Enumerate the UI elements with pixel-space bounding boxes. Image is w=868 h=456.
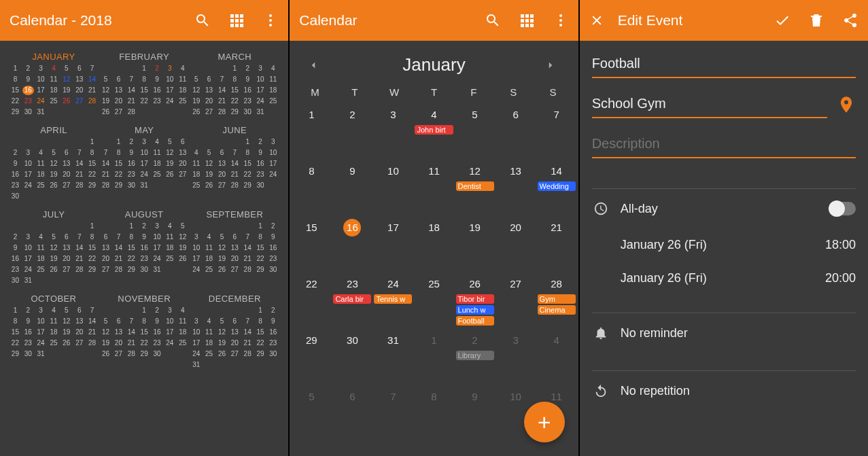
day-cell[interactable]: 7: [372, 385, 413, 442]
day-number: 10: [507, 388, 525, 406]
mini-month[interactable]: AUGUST1234567891011121314151617181920212…: [100, 209, 188, 285]
event-chip[interactable]: Tibor bir: [456, 294, 494, 304]
allday-row[interactable]: All-day: [592, 189, 856, 228]
day-number: 3: [507, 332, 525, 349]
day-cell[interactable]: 14Wedding: [536, 160, 577, 216]
day-cell[interactable]: 19: [455, 216, 496, 273]
day-cell[interactable]: 13: [496, 160, 536, 216]
event-chip[interactable]: John birt: [415, 125, 453, 135]
day-cell[interactable]: 28GymCinema: [536, 273, 577, 329]
search-icon[interactable]: [194, 12, 211, 29]
event-chip[interactable]: Gym: [538, 294, 576, 304]
day-cell[interactable]: 24Tennis w: [372, 273, 413, 329]
event-chip[interactable]: Wedding: [538, 181, 576, 191]
location-pin-icon[interactable]: [837, 95, 856, 114]
more-icon[interactable]: [553, 12, 569, 29]
mini-month[interactable]: MAY1234567891011121314151617181920212223…: [100, 125, 188, 201]
end-row[interactable]: January 26 (Fri) 20:00: [592, 262, 856, 295]
day-number: 20: [507, 219, 525, 236]
event-description-field[interactable]: [592, 130, 856, 158]
day-cell[interactable]: 8: [291, 160, 332, 216]
allday-switch[interactable]: [829, 202, 856, 215]
day-cell[interactable]: 6: [332, 385, 372, 442]
mini-month[interactable]: SEPTEMBER1234567891011121314151617181920…: [190, 209, 279, 285]
add-event-fab[interactable]: +: [524, 402, 565, 442]
start-date[interactable]: January 26 (Fri): [621, 238, 707, 252]
day-cell[interactable]: 11: [413, 160, 454, 216]
start-time[interactable]: 18:00: [825, 238, 856, 252]
event-chip[interactable]: Cinema: [538, 305, 576, 315]
save-icon[interactable]: [774, 12, 791, 29]
mini-month[interactable]: OCTOBER123456789101112131415161718192021…: [10, 294, 98, 370]
mini-month-name: SEPTEMBER: [190, 209, 279, 220]
repetition-row[interactable]: No repetition: [592, 371, 856, 410]
day-cell[interactable]: 4John birt: [413, 103, 454, 160]
day-cell[interactable]: 3: [496, 329, 536, 385]
month-grid[interactable]: 1234John birt56789101112Dentist1314Weddi…: [290, 103, 578, 442]
end-time[interactable]: 20:00: [825, 271, 856, 285]
day-cell[interactable]: 10: [372, 160, 413, 216]
day-cell[interactable]: 1: [291, 103, 332, 160]
mini-month[interactable]: JANUARY123456789101112131415161718192021…: [10, 52, 98, 117]
day-cell[interactable]: 2Library: [455, 329, 496, 385]
day-cell[interactable]: 29: [291, 329, 332, 385]
event-chip[interactable]: Carla bir: [333, 294, 371, 304]
day-number: 15: [302, 219, 320, 236]
share-icon[interactable]: [842, 12, 858, 29]
day-cell[interactable]: 25: [413, 273, 454, 329]
year-body[interactable]: JANUARY123456789101112131415161718192021…: [0, 41, 288, 378]
end-date[interactable]: January 26 (Fri): [621, 271, 707, 285]
reminder-row[interactable]: No reminder: [592, 313, 856, 353]
day-cell[interactable]: 15: [291, 216, 332, 273]
day-cell[interactable]: 9: [455, 385, 496, 442]
mini-month[interactable]: MARCH12345678910111213141516171819202122…: [190, 52, 279, 117]
prev-month-button[interactable]: [307, 57, 324, 73]
day-cell[interactable]: 2: [332, 103, 372, 160]
day-cell[interactable]: 22: [291, 273, 332, 329]
weekday-label: W: [375, 86, 414, 98]
view-grid-icon[interactable]: [519, 12, 535, 29]
event-chip[interactable]: Library: [456, 351, 494, 360]
day-cell[interactable]: 9: [332, 160, 372, 216]
mini-month[interactable]: JUNE123456789101112131415161718192021222…: [190, 125, 279, 201]
day-cell[interactable]: 8: [413, 385, 454, 442]
start-row[interactable]: January 26 (Fri) 18:00: [592, 228, 856, 262]
day-cell[interactable]: 17: [372, 216, 413, 273]
day-cell[interactable]: 26Tibor birLunch wFootball: [455, 273, 496, 329]
search-icon[interactable]: [485, 12, 501, 29]
day-cell[interactable]: 16: [332, 216, 372, 273]
event-location-field[interactable]: [592, 90, 827, 118]
event-chip[interactable]: Tennis w: [374, 294, 412, 304]
month-label[interactable]: January: [402, 54, 466, 75]
event-chip[interactable]: Dentist: [456, 181, 494, 191]
day-cell[interactable]: 30: [332, 329, 372, 385]
event-chip[interactable]: Lunch w: [456, 305, 494, 315]
day-cell[interactable]: 4: [536, 329, 577, 385]
mini-month[interactable]: DECEMBER12345678910111213141516171819202…: [190, 294, 279, 370]
edit-body: All-day January 26 (Fri) 18:00 January 2…: [580, 41, 868, 420]
more-icon[interactable]: [262, 12, 279, 29]
close-icon[interactable]: [589, 13, 604, 28]
mini-month[interactable]: APRIL12345678910111213141516171819202122…: [10, 125, 98, 201]
day-cell[interactable]: 6: [496, 103, 536, 160]
mini-month[interactable]: FEBRUARY12345678910111213141516171819202…: [100, 52, 188, 117]
mini-month[interactable]: JULY123456789101112131415161718192021222…: [10, 209, 98, 285]
event-title-field[interactable]: [592, 50, 856, 78]
view-grid-icon[interactable]: [228, 12, 245, 29]
mini-month[interactable]: NOVEMBER12345678910111213141516171819202…: [100, 294, 188, 370]
day-cell[interactable]: 21: [536, 216, 577, 273]
day-cell[interactable]: 12Dentist: [455, 160, 496, 216]
day-cell[interactable]: 23Carla bir: [332, 273, 372, 329]
day-cell[interactable]: 5: [455, 103, 496, 160]
event-chip[interactable]: Football: [456, 316, 494, 326]
day-cell[interactable]: 5: [291, 385, 332, 442]
day-cell[interactable]: 18: [413, 216, 454, 273]
day-cell[interactable]: 1: [413, 329, 454, 385]
next-month-button[interactable]: [544, 57, 561, 73]
day-cell[interactable]: 20: [496, 216, 536, 273]
day-cell[interactable]: 27: [496, 273, 536, 329]
delete-icon[interactable]: [808, 12, 824, 29]
day-cell[interactable]: 7: [536, 103, 577, 160]
day-cell[interactable]: 31: [372, 329, 413, 385]
day-cell[interactable]: 3: [372, 103, 413, 160]
